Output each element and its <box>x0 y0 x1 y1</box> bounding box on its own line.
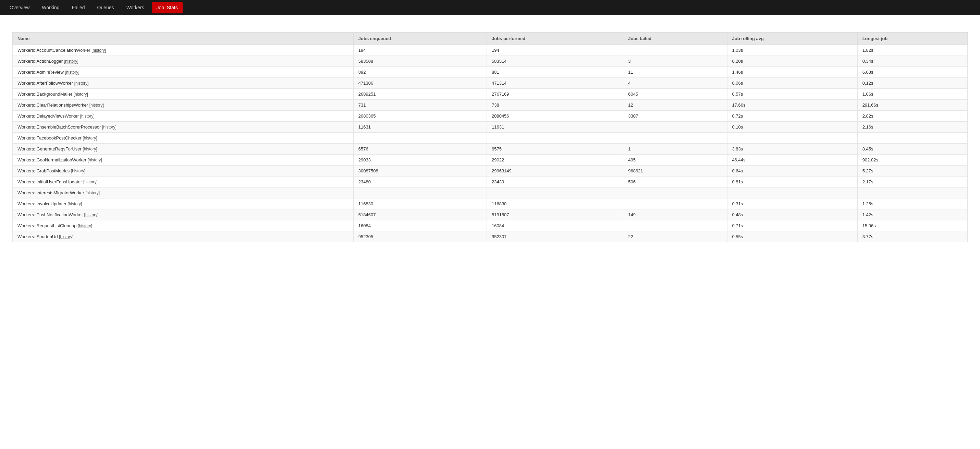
cell-rolling_avg: 0.31s <box>727 199 858 209</box>
cell-failed <box>623 199 727 209</box>
table-row: Workers::BackgroundMailer [history]26892… <box>13 89 968 100</box>
history-link[interactable]: [history] <box>84 212 99 217</box>
history-link[interactable]: [history] <box>64 59 78 64</box>
cell-rolling_avg: 17.66s <box>727 100 858 111</box>
table-row: Workers::DelayedViewsWorker [history]208… <box>13 111 968 122</box>
cell-performed: 881 <box>487 67 623 78</box>
cell-name: Workers::AccountCancelationWorker [histo… <box>13 45 354 56</box>
history-link[interactable]: [history] <box>80 114 95 119</box>
cell-failed: 149 <box>623 209 727 220</box>
cell-name: Workers::InitialUserFansUpdater [history… <box>13 177 354 188</box>
cell-performed: 952301 <box>487 231 623 242</box>
cell-enqueued: 5184607 <box>353 209 487 220</box>
cell-rolling_avg: 0.06s <box>727 78 858 89</box>
cell-enqueued: 6576 <box>353 143 487 154</box>
cell-name: Workers::GenerateReqsForUser [history] <box>13 143 354 154</box>
cell-enqueued: 2689251 <box>353 89 487 100</box>
cell-name: Workers::FacebookPostChecker [history] <box>13 133 354 143</box>
history-link[interactable]: [history] <box>74 81 89 86</box>
main-content: Name Jobs enqueued Jobs performed Jobs f… <box>0 15 980 449</box>
cell-enqueued: 23480 <box>353 177 487 188</box>
cell-rolling_avg: 0.64s <box>727 166 858 177</box>
history-link[interactable]: [history] <box>88 158 102 162</box>
col-failed: Jobs failed <box>623 33 727 45</box>
history-link[interactable]: [history] <box>85 191 100 195</box>
nav-item-workers[interactable]: Workers <box>120 0 150 15</box>
history-link[interactable]: [history] <box>65 70 79 75</box>
cell-failed: 495 <box>623 154 727 166</box>
history-link[interactable]: [history] <box>83 147 97 151</box>
history-link[interactable]: [history] <box>83 180 98 185</box>
cell-performed <box>487 188 623 199</box>
cell-longest: 2.16s <box>858 122 967 133</box>
cell-failed: 11 <box>623 67 727 78</box>
cell-name: Workers::InterestsMigratorWorker [histor… <box>13 188 354 199</box>
cell-failed: 968621 <box>623 166 727 177</box>
table-row: Workers::ClearRelationshipsWorker [histo… <box>13 100 968 111</box>
cell-failed: 3 <box>623 56 727 67</box>
nav-item-queues[interactable]: Queues <box>91 0 120 15</box>
cell-performed: 5191507 <box>487 209 623 220</box>
nav-item-overview[interactable]: Overview <box>3 0 36 15</box>
cell-failed <box>623 220 727 231</box>
cell-performed: 194 <box>487 45 623 56</box>
cell-rolling_avg <box>727 133 858 143</box>
history-link[interactable]: [history] <box>78 223 92 228</box>
cell-rolling_avg: 0.20s <box>727 56 858 67</box>
cell-name: Workers::ShortenUrl [history] <box>13 231 354 242</box>
cell-rolling_avg: 0.72s <box>727 111 858 122</box>
nav-item-failed[interactable]: Failed <box>65 0 91 15</box>
cell-enqueued: 11631 <box>353 122 487 133</box>
cell-longest: 1.42s <box>858 209 967 220</box>
cell-name: Workers::ActionLogger [history] <box>13 56 354 67</box>
table-row: Workers::GeoNormalizationWorker [history… <box>13 154 968 166</box>
history-link[interactable]: [history] <box>83 136 97 140</box>
cell-enqueued: 29033 <box>353 154 487 166</box>
table-row: Workers::InitialUserFansUpdater [history… <box>13 177 968 188</box>
cell-longest: 0.34s <box>858 56 967 67</box>
cell-rolling_avg: 1.03s <box>727 45 858 56</box>
cell-performed: 2767169 <box>487 89 623 100</box>
cell-longest: 6.08s <box>858 67 967 78</box>
history-link[interactable]: [history] <box>74 92 88 97</box>
table-header: Name Jobs enqueued Jobs performed Jobs f… <box>13 33 968 45</box>
cell-rolling_avg: 0.81s <box>727 177 858 188</box>
history-link[interactable]: [history] <box>91 48 106 53</box>
cell-rolling_avg: 0.55s <box>727 231 858 242</box>
cell-failed: 3307 <box>623 111 727 122</box>
history-link[interactable]: [history] <box>102 125 116 129</box>
nav-item-working[interactable]: Working <box>36 0 65 15</box>
history-link[interactable]: [history] <box>59 234 73 239</box>
cell-longest: 5.27s <box>858 166 967 177</box>
cell-name: Workers::PushNotificationWorker [history… <box>13 209 354 220</box>
cell-failed: 22 <box>623 231 727 242</box>
nav-item-job_stats[interactable]: Job_Stats <box>152 2 183 13</box>
cell-failed: 4 <box>623 78 727 89</box>
cell-name: Workers::BackgroundMailer [history] <box>13 89 354 100</box>
cell-longest: 1.06s <box>858 89 967 100</box>
history-link[interactable]: [history] <box>71 169 85 174</box>
cell-longest: 1.25s <box>858 199 967 209</box>
table-row: Workers::GenerateReqsForUser [history]65… <box>13 143 968 154</box>
table-row: Workers::PushNotificationWorker [history… <box>13 209 968 220</box>
cell-failed <box>623 122 727 133</box>
cell-enqueued: 30087508 <box>353 166 487 177</box>
table-row: Workers::AccountCancelationWorker [histo… <box>13 45 968 56</box>
history-link[interactable]: [history] <box>89 103 104 108</box>
cell-enqueued: 471306 <box>353 78 487 89</box>
cell-longest: 15.06s <box>858 220 967 231</box>
cell-enqueued: 952305 <box>353 231 487 242</box>
table-row: Workers::GrabPostMetrics [history]300875… <box>13 166 968 177</box>
cell-enqueued: 892 <box>353 67 487 78</box>
cell-failed: 6045 <box>623 89 727 100</box>
cell-performed: 6575 <box>487 143 623 154</box>
table-row: Workers::AdminReview [history]892881111.… <box>13 67 968 78</box>
cell-name: Workers::GeoNormalizationWorker [history… <box>13 154 354 166</box>
cell-rolling_avg: 0.48s <box>727 209 858 220</box>
cell-performed: 471314 <box>487 78 623 89</box>
cell-performed: 29963149 <box>487 166 623 177</box>
table-row: Workers::ActionLogger [history]583508583… <box>13 56 968 67</box>
history-link[interactable]: [history] <box>67 202 82 206</box>
cell-name: Workers::AfterFollowWorker [history] <box>13 78 354 89</box>
cell-longest: 2.82s <box>858 111 967 122</box>
